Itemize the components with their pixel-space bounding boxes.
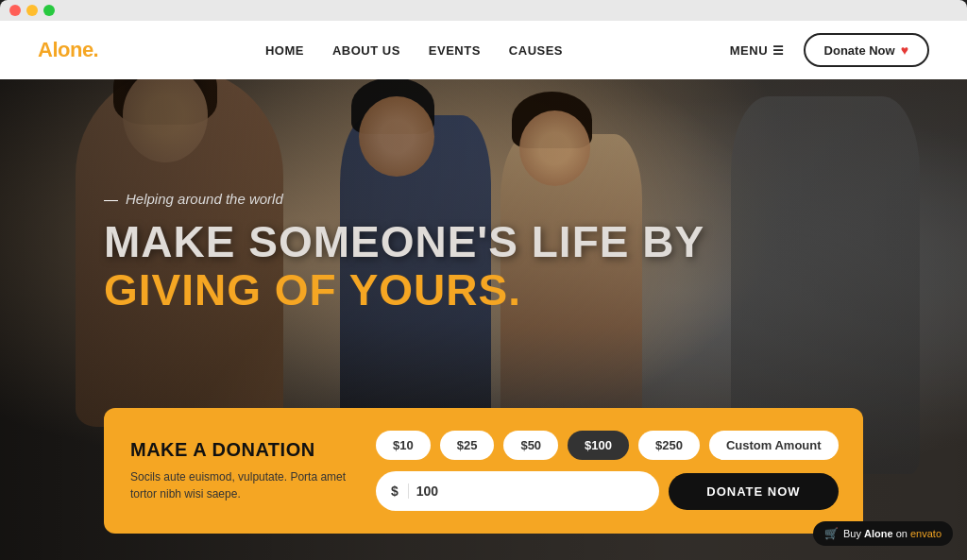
donate-now-button[interactable]: Donate Now ♥: [804, 33, 929, 67]
amount-btn-50[interactable]: $50: [503, 431, 558, 460]
brand-name: Alone: [864, 528, 893, 539]
envato-badge[interactable]: 🛒 Buy Alone on envato: [813, 521, 953, 546]
nav-item-about[interactable]: ABOUT US: [332, 42, 400, 59]
amount-input-wrapper: $: [376, 471, 659, 511]
envato-text: Buy Alone on envato: [843, 528, 942, 539]
site-logo: Alone.: [38, 38, 98, 62]
heart-icon: ♥: [901, 42, 908, 58]
hero-title-line2: GIVING OF YOURS.: [104, 266, 704, 314]
mac-minimize-dot[interactable]: [26, 5, 38, 16]
donation-description: Socils aute euismod, vulputate. Porta am…: [130, 468, 348, 502]
donation-input-row: $ DONATE NOW: [376, 471, 839, 511]
amount-btn-10[interactable]: $10: [376, 431, 431, 460]
donate-button-label: Donate Now: [824, 43, 895, 58]
logo-text: Alone.: [38, 38, 98, 61]
cart-icon: 🛒: [824, 527, 839, 540]
navbar: Alone. HOME ABOUT US EVENTS CAUSES MENU …: [0, 21, 967, 79]
mac-close-dot[interactable]: [9, 5, 21, 16]
donation-controls: $10 $25 $50 $100 $250 Custom Amount $ DO…: [376, 431, 839, 511]
currency-symbol: $: [391, 484, 409, 499]
amount-input[interactable]: [416, 484, 644, 499]
hero-content: Helping around the world MAKE SOMEONE'S …: [104, 191, 704, 314]
nav-link-events[interactable]: EVENTS: [429, 43, 481, 58]
nav-link-causes[interactable]: CAUSES: [509, 43, 563, 58]
amount-btn-25[interactable]: $25: [440, 431, 495, 460]
menu-label: MENU: [730, 43, 768, 58]
nav-links: HOME ABOUT US EVENTS CAUSES: [265, 42, 563, 59]
nav-link-about[interactable]: ABOUT US: [332, 43, 400, 58]
mac-titlebar: [0, 0, 967, 21]
nav-item-causes[interactable]: CAUSES: [509, 42, 563, 59]
browser-content: Alone. HOME ABOUT US EVENTS CAUSES MENU …: [0, 21, 967, 560]
hamburger-icon: ☰: [772, 43, 785, 58]
hero-title-line1: MAKE SOMEONE'S LIFE BY: [104, 218, 704, 266]
menu-button[interactable]: MENU ☰: [730, 43, 785, 58]
amount-btn-custom[interactable]: Custom Amount: [709, 431, 839, 460]
donate-now-submit-button[interactable]: DONATE NOW: [669, 473, 838, 510]
nav-item-events[interactable]: EVENTS: [429, 42, 481, 59]
amount-btn-100[interactable]: $100: [568, 431, 629, 460]
donation-info: MAKE A DONATION Socils aute euismod, vul…: [130, 439, 348, 502]
marketplace-name: envato: [910, 528, 942, 539]
amount-btn-250[interactable]: $250: [638, 431, 700, 460]
amount-buttons-group: $10 $25 $50 $100 $250 Custom Amount: [376, 431, 839, 460]
nav-item-home[interactable]: HOME: [265, 42, 304, 59]
hero-subtitle: Helping around the world: [104, 191, 704, 207]
donation-panel: MAKE A DONATION Socils aute euismod, vul…: [104, 408, 863, 534]
nav-link-home[interactable]: HOME: [265, 43, 304, 58]
mac-maximize-dot[interactable]: [43, 5, 55, 16]
donation-title: MAKE A DONATION: [130, 439, 348, 461]
nav-right: MENU ☰ Donate Now ♥: [730, 33, 929, 67]
